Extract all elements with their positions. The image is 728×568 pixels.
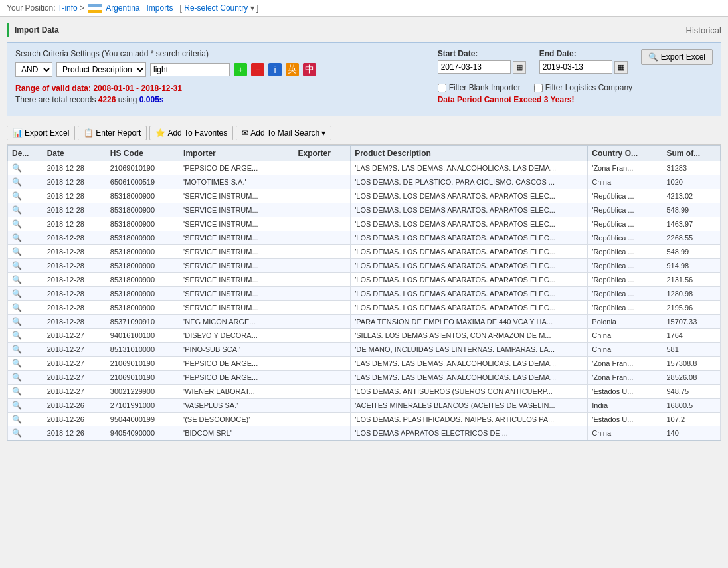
row-detail-icon[interactable]: 🔍	[8, 189, 43, 203]
search-button-label: Export Excel	[661, 52, 705, 62]
country-link[interactable]: Argentina	[106, 3, 139, 13]
row-detail-icon[interactable]: 🔍	[8, 399, 43, 413]
row-detail-icon[interactable]: 🔍	[8, 343, 43, 357]
row-detail-icon[interactable]: 🔍	[8, 371, 43, 385]
row-product: 'LOS DEMAS. LOS DEMAS APARATOS. APARATOS…	[351, 245, 588, 259]
filter-logistics-checkbox[interactable]	[534, 84, 543, 92]
row-exporter	[294, 357, 351, 371]
remove-criteria-button[interactable]: −	[251, 63, 264, 76]
bracket-close: ]	[256, 3, 258, 13]
row-product: 'ACEITES MINERALES BLANCOS (ACEITES DE V…	[351, 399, 588, 413]
row-date: 2018-12-26	[43, 426, 106, 440]
row-detail-icon[interactable]: 🔍	[8, 231, 43, 245]
field-select[interactable]: Product Description HS Code Importer Exp…	[56, 62, 146, 77]
table-row: 🔍 2018-12-28 85318000900 'SERVICE INSTRU…	[8, 245, 721, 259]
row-detail-icon[interactable]: 🔍	[8, 329, 43, 343]
row-hs-code: 27101991000	[106, 399, 179, 413]
row-exporter	[294, 259, 351, 273]
date-section: Start Date: 2017-03-13 ▦ End Date: 2019-…	[438, 49, 713, 74]
row-sum: 107.2	[662, 413, 721, 426]
col-country[interactable]: Country O...	[588, 146, 662, 161]
en-button[interactable]: 英	[286, 63, 299, 76]
row-importer: 'SERVICE INSTRUM...	[179, 217, 294, 231]
row-product: 'LOS DEMAS. LOS DEMAS APARATOS. APARATOS…	[351, 203, 588, 217]
row-sum: 581	[662, 343, 721, 357]
row-product: 'LOS DEMAS. LOS DEMAS APARATOS. APARATOS…	[351, 231, 588, 245]
dropdown-arrow-icon: ▾	[321, 128, 325, 138]
tinfo-link[interactable]: T-info	[58, 3, 78, 13]
row-hs-code: 85318000900	[106, 301, 179, 315]
row-detail-icon[interactable]: 🔍	[8, 245, 43, 259]
row-detail-icon[interactable]: 🔍	[8, 385, 43, 399]
row-detail-icon[interactable]: 🔍	[8, 426, 43, 440]
row-product: 'LOS DEMAS. ANTISUEROS (SUEROS CON ANTIC…	[351, 385, 588, 399]
mail-icon: ✉	[242, 128, 248, 138]
col-importer[interactable]: Importer	[179, 146, 294, 161]
row-exporter	[294, 426, 351, 440]
export-excel-button[interactable]: 📊 Export Excel	[7, 126, 75, 140]
bracket-open: [	[180, 3, 182, 13]
row-hs-code: 30021229900	[106, 385, 179, 399]
row-detail-icon[interactable]: 🔍	[8, 273, 43, 287]
logic-select[interactable]: AND OR	[15, 62, 52, 77]
row-detail-icon[interactable]: 🔍	[8, 161, 43, 175]
row-exporter	[294, 413, 351, 426]
search-button[interactable]: 🔍 Export Excel	[641, 49, 713, 65]
row-sum: 1280.98	[662, 287, 721, 301]
row-detail-icon[interactable]: 🔍	[8, 203, 43, 217]
row-detail-icon[interactable]: 🔍	[8, 259, 43, 273]
row-importer: 'MOTOTIMES S.A.'	[179, 175, 294, 189]
start-date-input[interactable]: 2017-03-13	[438, 60, 511, 74]
reselect-link[interactable]: Re-select Country	[184, 3, 248, 13]
row-detail-icon[interactable]: 🔍	[8, 413, 43, 426]
filter-logistics-label[interactable]: Filter Logistics Company	[534, 83, 632, 92]
add-to-favorites-button[interactable]: ⭐ Add To Favorites	[149, 126, 233, 140]
row-date: 2018-12-27	[43, 329, 106, 343]
export-excel-label: Export Excel	[25, 128, 69, 138]
row-detail-icon[interactable]: 🔍	[8, 315, 43, 329]
filter-blank-importer-checkbox[interactable]	[438, 84, 446, 92]
filter-blank-importer-label[interactable]: Filter Blank Importer	[438, 83, 521, 92]
add-to-mail-search-button[interactable]: ✉ Add To Mail Search ▾	[236, 126, 331, 140]
row-detail-icon[interactable]: 🔍	[8, 287, 43, 301]
row-country: 'República ...	[588, 287, 662, 301]
search-input[interactable]: light	[150, 63, 230, 76]
row-hs-code: 85318000900	[106, 287, 179, 301]
ch-button[interactable]: 中	[303, 63, 316, 76]
row-product: 'LOS DEMAS. DE PLASTICO. PARA CICLISMO. …	[351, 175, 588, 189]
row-exporter	[294, 287, 351, 301]
col-exporter[interactable]: Exporter	[294, 146, 351, 161]
row-date: 2018-12-27	[43, 371, 106, 385]
row-date: 2018-12-28	[43, 217, 106, 231]
historical-link[interactable]: Historical	[686, 25, 721, 35]
row-date: 2018-12-26	[43, 399, 106, 413]
row-country: 'Zona Fran...	[588, 371, 662, 385]
row-sum: 4213.02	[662, 189, 721, 203]
enter-report-button[interactable]: 📋 Enter Report	[78, 126, 147, 140]
row-detail-icon[interactable]: 🔍	[8, 175, 43, 189]
row-detail-icon[interactable]: 🔍	[8, 357, 43, 371]
start-date-field: Start Date: 2017-03-13 ▦	[438, 49, 526, 74]
col-date[interactable]: Date	[43, 146, 106, 161]
info-button[interactable]: i	[268, 63, 282, 76]
col-sum[interactable]: Sum of...	[662, 146, 721, 161]
end-date-calendar-button[interactable]: ▦	[614, 61, 628, 74]
table-row: 🔍 2018-12-28 85318000900 'SERVICE INSTRU…	[8, 301, 721, 315]
search-panel: Search Criteria Settings (You can add * …	[7, 42, 721, 116]
row-sum: 914.98	[662, 259, 721, 273]
page-title-container: Import Data	[7, 23, 59, 37]
start-date-calendar-button[interactable]: ▦	[513, 61, 526, 74]
row-date: 2018-12-28	[43, 273, 106, 287]
row-importer: '(SE DESCONOCE)'	[179, 413, 294, 426]
table-row: 🔍 2018-12-28 85318000900 'SERVICE INSTRU…	[8, 287, 721, 301]
col-hs-code[interactable]: HS Code	[106, 146, 179, 161]
section-link[interactable]: Imports	[147, 3, 173, 13]
col-product[interactable]: Product Description	[351, 146, 588, 161]
end-date-input[interactable]: 2019-03-13	[539, 60, 612, 74]
row-country: 'República ...	[588, 245, 662, 259]
row-detail-icon[interactable]: 🔍	[8, 301, 43, 315]
add-criteria-button[interactable]: +	[234, 63, 247, 76]
row-detail-icon[interactable]: 🔍	[8, 217, 43, 231]
row-hs-code: 85318000900	[106, 231, 179, 245]
row-sum: 948.75	[662, 385, 721, 399]
